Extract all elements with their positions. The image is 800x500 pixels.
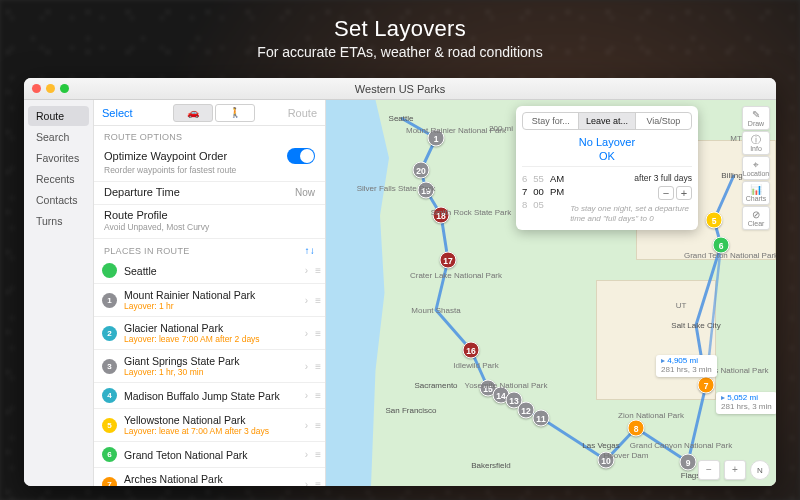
map-label: Seattle [389,114,414,123]
map-label: Crater Lake National Park [410,271,502,280]
route-button-disabled: Route [288,107,325,119]
hero-subtitle: For accurate ETAs, weather & road condit… [0,44,800,60]
place-pin-icon: 1 [102,293,117,308]
place-name: Arches National Park [124,473,298,485]
sort-icon[interactable]: ↑↓ [304,245,315,256]
drag-handle-icon[interactable]: ≡ [315,361,319,372]
place-name: Grand Teton National Park [124,449,298,461]
map-label: Silver Falls State Park [357,184,436,193]
mode-walk-button[interactable]: 🚶 [215,104,255,122]
tool-draw-button[interactable]: ✎Draw [742,106,770,130]
route-profile-row[interactable]: Route Profile Avoid Unpaved, Most Curvy [94,205,325,239]
no-layover-button[interactable]: No Layover [522,136,692,148]
place-row[interactable]: 2 Glacier National ParkLayover: leave 7:… [94,317,325,350]
drag-handle-icon[interactable]: ≡ [315,449,319,460]
place-pin-icon: 6 [102,447,117,462]
mode-car-button[interactable]: 🚗 [173,104,213,122]
map-label: Hoover Dam [604,451,649,460]
sidebar-nav: RouteSearchFavoritesRecentsContactsTurns [24,100,94,486]
place-row[interactable]: 7 Arches National ParkLayover: leave at … [94,468,325,486]
tool-clear-button[interactable]: ⊘Clear [742,206,770,230]
location-icon: ⌖ [753,160,759,170]
map-label: Grand Teton National Park [684,251,776,260]
map-pin[interactable]: 8 [628,420,645,437]
place-name: Madison Buffalo Jump State Park [124,390,298,402]
time-picker[interactable]: 678550005AMPM [522,173,564,224]
wheel-value[interactable]: 55 [533,173,544,184]
map-pin[interactable]: 11 [533,410,550,427]
optimize-switch[interactable] [287,148,315,164]
optimize-waypoint-row[interactable]: Optimize Waypoint Order Reorder waypoint… [94,144,325,182]
chevron-right-icon: › [305,295,308,306]
tool-info-button[interactable]: ⓘInfo [742,131,770,155]
wheel-value[interactable]: 7 [522,186,527,197]
place-row[interactable]: 6 Grand Teton National Park › ≡ [94,442,325,468]
place-row[interactable]: 3 Giant Springs State ParkLayover: 1 hr,… [94,350,325,383]
drag-handle-icon[interactable]: ≡ [315,479,319,487]
nav-item-route[interactable]: Route [28,106,89,126]
popover-tab[interactable]: Via/Stop [636,113,691,129]
place-layover: Layover: leave 7:00 AM after 2 days [124,334,298,344]
nav-item-contacts[interactable]: Contacts [28,190,89,210]
tool-charts-button[interactable]: 📊Charts [742,181,770,205]
place-pin-icon [102,263,117,278]
place-row[interactable]: 5 Yellowstone National ParkLayover: leav… [94,409,325,442]
chevron-right-icon: › [305,390,308,401]
route-distance-badge[interactable]: ▸ 5,052 mi281 hrs, 3 min [716,392,776,414]
route-options-header: ROUTE OPTIONS [94,126,325,144]
map-pin[interactable]: 9 [680,454,697,471]
place-row[interactable]: Seattle › ≡ [94,258,325,284]
map-pin[interactable]: 20 [413,162,430,179]
place-row[interactable]: 4 Madison Buffalo Jump State Park › ≡ [94,383,325,409]
popover-tab[interactable]: Stay for... [523,113,579,129]
drag-handle-icon[interactable]: ≡ [315,265,319,276]
panel-toolbar: Select 🚗 🚶 Route [94,100,325,126]
map-pin[interactable]: 17 [440,252,457,269]
tool-location-button[interactable]: ⌖Location [742,156,770,180]
chevron-right-icon: › [305,449,308,460]
map-view[interactable]: 1201918171615141312111098765SeattleMount… [326,100,776,486]
departure-time-row[interactable]: Departure Time Now [94,182,325,205]
map-pin[interactable]: 7 [698,377,715,394]
wheel-value[interactable]: 00 [533,186,544,197]
days-minus-button[interactable]: − [658,186,674,200]
charts-icon: 📊 [750,185,762,195]
wheel-value[interactable]: AM [550,173,564,184]
wheel-value[interactable]: 05 [533,199,544,210]
profile-label: Route Profile [104,209,168,221]
drag-handle-icon[interactable]: ≡ [315,295,319,306]
map-label: 200 mi [489,124,513,133]
wheel-value[interactable]: PM [550,186,564,197]
select-button[interactable]: Select [94,104,141,122]
map-label: Salt Lake City [671,321,720,330]
place-row[interactable]: 1 Mount Rainier National ParkLayover: 1 … [94,284,325,317]
wheel-value[interactable]: 8 [522,199,527,210]
map-label: UT [676,301,687,310]
zoom-out-button[interactable]: − [698,460,720,480]
drag-handle-icon[interactable]: ≡ [315,328,319,339]
nav-item-turns[interactable]: Turns [28,211,89,231]
map-pin[interactable]: 16 [463,342,480,359]
nav-item-search[interactable]: Search [28,127,89,147]
map-label: Bakersfield [471,461,511,470]
nav-item-recents[interactable]: Recents [28,169,89,189]
route-panel: Select 🚗 🚶 Route ROUTE OPTIONS Optimize … [94,100,326,486]
route-distance-badge[interactable]: ▸ 4,905 mi281 hrs, 3 min [656,355,717,377]
place-pin-icon: 7 [102,477,117,487]
ok-button[interactable]: OK [522,150,692,162]
places-header: PLACES IN ROUTE [104,246,190,256]
popover-tab[interactable]: Leave at... [579,113,635,129]
map-label: Sacramento [414,381,457,390]
map-pin[interactable]: 5 [706,212,723,229]
map-label: San Francisco [385,406,436,415]
wheel-value[interactable]: 6 [522,173,527,184]
drag-handle-icon[interactable]: ≡ [315,390,319,401]
layover-popover: Stay for...Leave at...Via/Stop No Layove… [516,106,698,230]
compass-icon[interactable]: N [750,460,770,480]
nav-item-favorites[interactable]: Favorites [28,148,89,168]
days-plus-button[interactable]: + [676,186,692,200]
zoom-in-button[interactable]: + [724,460,746,480]
place-name: Glacier National Park [124,322,298,334]
drag-handle-icon[interactable]: ≡ [315,420,319,431]
popover-note: To stay one night, set a departure time … [570,204,692,224]
